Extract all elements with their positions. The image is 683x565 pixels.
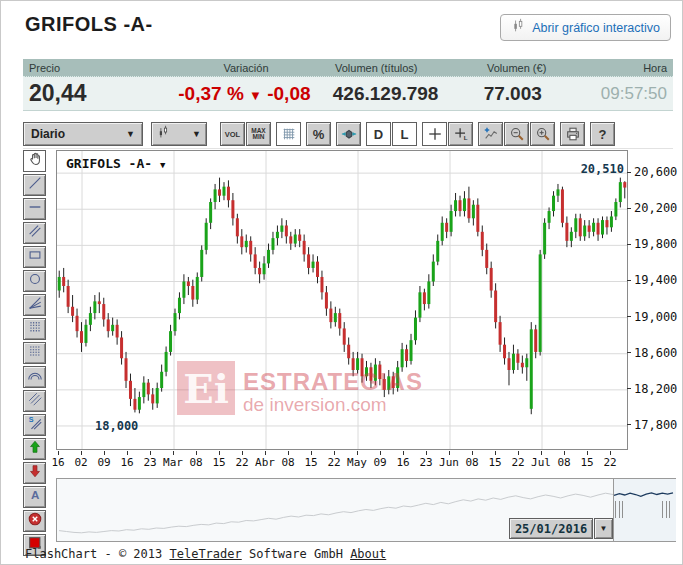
main-chart[interactable]: GRIFOLS -A- ▼ 20,510 18,000 Ei ESTRATEGI… (56, 150, 628, 450)
rectangle-icon (27, 247, 43, 267)
price-value: 20,44 (23, 80, 156, 107)
toolbar-zoom-out-button[interactable] (504, 122, 529, 146)
horizontal-line-icon (27, 199, 43, 219)
period-select[interactable]: Diario ▼ (23, 122, 143, 146)
x-axis-label: 23 (419, 456, 432, 469)
teletrader-link[interactable]: TeleTrader (170, 547, 242, 561)
open-interactive-chart-button[interactable]: Abrir gráfico interactivo (500, 14, 671, 41)
tool-fibonacci-time-zones-button[interactable] (23, 318, 46, 340)
y-axis-label: 18,600 (627, 346, 677, 360)
x-axis-label: Jul (531, 456, 551, 469)
toolbar-print-button[interactable] (560, 122, 585, 146)
hand-icon (27, 151, 43, 171)
x-axis-label: 16 (120, 456, 133, 469)
open-interactive-label: Abrir gráfico interactivo (532, 21, 660, 35)
selection-right-handle[interactable] (662, 501, 670, 518)
x-axis-label: 15 (488, 456, 501, 469)
toolbar-max-min-button[interactable]: MAXMIN (246, 122, 271, 146)
toolbar-zoom-area-button[interactable] (478, 122, 503, 146)
volume-eur-label: Volumen (€) (487, 62, 605, 74)
chevron-down-icon: ▼ (126, 129, 135, 139)
price-label: Precio (23, 62, 157, 74)
tool-channel-lines-button[interactable] (23, 390, 46, 412)
arcs-icon (27, 367, 43, 387)
y-axis-label: 20,200 (627, 201, 677, 215)
tool-ellipse-button[interactable] (23, 270, 46, 292)
candlestick-icon (157, 125, 171, 143)
variation-label: Variación (157, 62, 335, 74)
tool-speed-lines-button[interactable]: S (23, 414, 46, 436)
toolbar-percent-button[interactable]: % (306, 122, 331, 146)
time-label: Hora (605, 62, 673, 74)
page-title: GRIFOLS -A- (25, 13, 153, 36)
toolbar-volume-button[interactable]: VOL (220, 122, 245, 146)
tool-horizontal-line-button[interactable] (23, 198, 46, 220)
tool-fibonacci-retracements-button[interactable] (23, 342, 46, 364)
y-axis-label: 19,000 (627, 310, 677, 324)
x-axis-label: 22 (327, 456, 340, 469)
ellipse-icon (27, 271, 43, 291)
x-axis-label: 09 (97, 456, 110, 469)
tool-text-button[interactable]: A (23, 486, 46, 508)
x-axis: 1602091623Mar081522Abr081522May091623Jun… (56, 451, 628, 471)
arrow-down-icon (27, 463, 43, 483)
toolbar-zoom-in-button[interactable] (530, 122, 555, 146)
x-axis-label: 15 (212, 456, 225, 469)
candlestick-icon (511, 18, 526, 37)
tool-fan-lines-button[interactable] (23, 294, 46, 316)
y-axis: 20,60020,20019,80019,40019,00018,60018,2… (627, 150, 681, 450)
svg-text:A: A (31, 489, 40, 501)
text-icon: A (27, 487, 43, 507)
x-axis-label: 08 (557, 456, 570, 469)
chevron-down-icon: ▼ (160, 160, 165, 170)
y-axis-label: 19,800 (627, 237, 677, 251)
x-axis-label: 15 (580, 456, 593, 469)
time-value: 09:57:50 (601, 84, 673, 104)
tool-rectangle-button[interactable] (23, 246, 46, 268)
quote-bar: Precio Variación Volumen (títulos) Volum… (23, 59, 673, 111)
volume-titles-value: 426.129.798 (333, 83, 484, 105)
volume-eur-value: 77.003 (484, 83, 601, 105)
toolbar-daily-candles-button[interactable]: D (366, 122, 391, 146)
x-axis-label: Mar (163, 456, 183, 469)
toolbar-grid-button[interactable] (276, 122, 301, 146)
down-triangle-icon: ▼ (249, 88, 262, 103)
x-axis-label: 22 (603, 456, 616, 469)
chevron-down-icon[interactable]: ▼ (594, 518, 613, 539)
x-axis-label: 22 (235, 456, 248, 469)
svg-text:L: L (463, 134, 467, 141)
x-axis-label: 22 (511, 456, 524, 469)
speed-lines-icon: S (27, 415, 43, 435)
selection-left-handle[interactable] (615, 501, 623, 518)
tool-fibonacci-arcs-button[interactable] (23, 366, 46, 388)
toolbar-candle-width-button[interactable] (336, 122, 361, 146)
chart-toolbar: Diario ▼ ▼ VOLMAXMIN%DLL? (23, 120, 673, 149)
candlestick-chart[interactable] (57, 151, 627, 449)
delete-icon (27, 511, 43, 531)
low-price-annotation: 18,000 (95, 419, 138, 433)
history-navigator[interactable]: 25/01/2016 ▼ (56, 478, 676, 542)
x-axis-label: 15 (304, 456, 317, 469)
toolbar-crosshair-button[interactable] (422, 122, 447, 146)
variation-value: -0,37 % ▼ -0,08 (156, 83, 333, 105)
svg-text:S: S (28, 416, 33, 424)
tool-arrow-down-button[interactable] (23, 462, 46, 484)
tool-trend-line-button[interactable] (23, 174, 46, 196)
tool-pan-button[interactable] (23, 150, 46, 172)
toolbar-crosshair-tracking-button[interactable]: L (448, 122, 473, 146)
date-select[interactable]: 25/01/2016 ▼ (509, 518, 613, 539)
chart-symbol-label[interactable]: GRIFOLS -A- ▼ (66, 156, 165, 171)
drawing-tools-sidebar: SA (23, 150, 47, 558)
about-link[interactable]: About (350, 547, 386, 561)
chart-type-select[interactable]: ▼ (151, 122, 207, 146)
x-axis-label: 16 (51, 456, 64, 469)
tool-parallel-lines-button[interactable] (23, 222, 46, 244)
tool-arrow-up-button[interactable] (23, 438, 46, 460)
date-value[interactable]: 25/01/2016 (509, 518, 593, 539)
x-axis-label: 08 (465, 456, 478, 469)
flashchart-widget: GRIFOLS -A- Abrir gráfico interactivo Pr… (0, 0, 683, 565)
y-axis-label: 18,200 (627, 382, 677, 396)
toolbar-line-chart-button[interactable]: L (392, 122, 417, 146)
tool-delete-button[interactable] (23, 510, 46, 532)
toolbar-help-button[interactable]: ? (590, 122, 615, 146)
